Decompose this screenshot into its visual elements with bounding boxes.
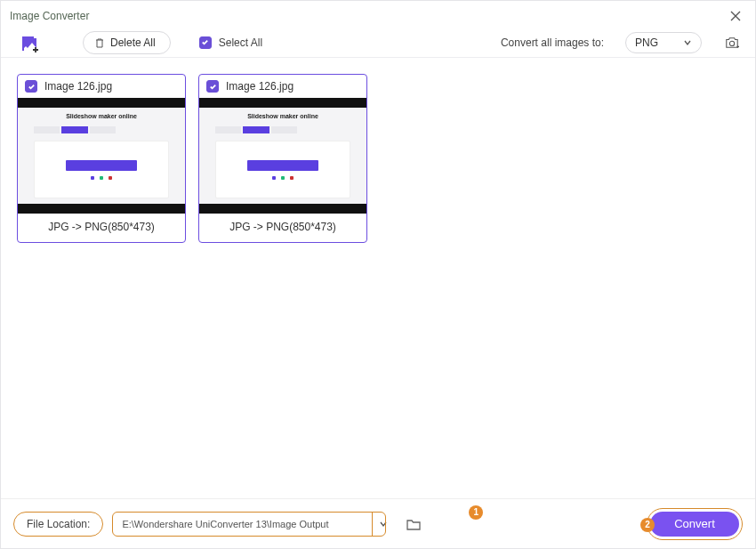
thumbnail-tabs — [34, 126, 116, 133]
footer: File Location: E:\Wondershare UniConvert… — [1, 498, 755, 548]
thumbnail-preview: Slideshow maker online — [199, 108, 366, 204]
thumbnail-button — [66, 160, 137, 171]
titlebar: Image Converter — [1, 1, 755, 28]
thumbnail-preview: Slideshow maker online — [18, 108, 185, 204]
convert-button[interactable]: Convert — [650, 512, 739, 537]
item-filename: Image 126.jpg — [226, 80, 294, 93]
window: Image Converter Delete All Select All Co… — [0, 0, 756, 549]
convert-button-wrap: 2 Convert — [647, 508, 743, 540]
chevron-down-icon — [683, 38, 692, 47]
item-thumbnail: Slideshow maker online — [199, 98, 366, 214]
close-button[interactable] — [728, 9, 743, 23]
image-card[interactable]: Image 126.jpg Slideshow maker online JPG… — [198, 74, 367, 243]
checkbox-checked-icon — [199, 36, 212, 49]
folder-icon — [406, 518, 421, 530]
open-folder-button[interactable] — [406, 516, 422, 532]
select-all-label: Select All — [219, 36, 262, 49]
card-header: Image 126.jpg — [199, 75, 366, 98]
item-thumbnail: Slideshow maker online — [18, 98, 185, 214]
image-card[interactable]: Image 126.jpg Slideshow maker online JPG… — [17, 74, 186, 243]
thumbnail-button — [247, 160, 318, 171]
trash-icon — [94, 37, 105, 48]
thumbnail-title: Slideshow maker online — [247, 113, 318, 119]
window-title: Image Converter — [10, 10, 89, 22]
annotation-badge-2: 2 — [640, 518, 655, 532]
annotation-badge-1: 1 — [469, 505, 483, 520]
thumbnail-dots — [272, 176, 294, 180]
select-all-checkbox[interactable]: Select All — [199, 36, 262, 49]
delete-all-button[interactable]: Delete All — [83, 31, 171, 54]
svg-point-0 — [729, 41, 734, 45]
item-checkbox[interactable] — [25, 80, 37, 93]
output-path-value: E:\Wondershare UniConverter 13\Image Out… — [122, 519, 328, 529]
close-icon — [729, 10, 742, 22]
file-location-label: File Location: — [13, 512, 103, 537]
item-conversion-info: JPG -> PNG(850*473) — [199, 214, 366, 242]
item-checkbox[interactable] — [206, 80, 219, 93]
thumbnail-dots — [91, 176, 112, 180]
thumbnail-panel — [34, 141, 169, 198]
output-format-value: PNG — [635, 36, 658, 49]
item-filename: Image 126.jpg — [44, 80, 112, 93]
toolbar: Delete All Select All Convert all images… — [1, 28, 755, 58]
thumbnail-tabs — [215, 126, 297, 133]
settings-button[interactable] — [723, 34, 741, 52]
add-image-icon — [20, 35, 40, 52]
delete-all-label: Delete All — [110, 36, 156, 49]
output-format-select[interactable]: PNG — [625, 32, 702, 53]
convert-to-label: Convert all images to: — [501, 36, 604, 49]
camera-gear-icon — [724, 36, 740, 50]
item-conversion-info: JPG -> PNG(850*473) — [18, 214, 185, 242]
output-path-field[interactable]: E:\Wondershare UniConverter 13\Image Out… — [112, 512, 386, 537]
card-header: Image 126.jpg — [18, 75, 185, 98]
add-image-button[interactable] — [20, 35, 38, 51]
thumbnail-title: Slideshow maker online — [66, 113, 137, 119]
thumbnail-panel — [215, 141, 350, 198]
image-list: Image 126.jpg Slideshow maker online JPG… — [1, 58, 755, 498]
